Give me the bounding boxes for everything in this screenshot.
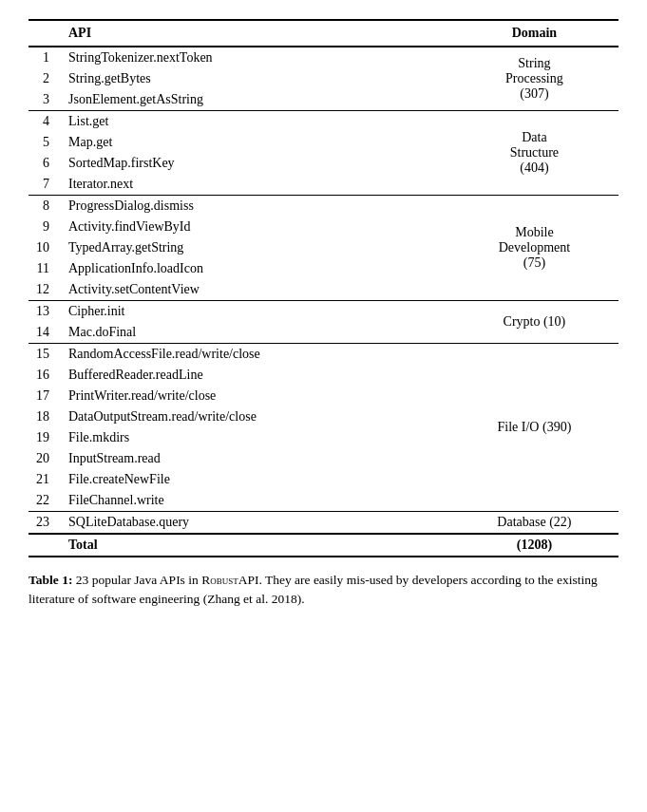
- table-row: 1StringTokenizer.nextTokenStringProcessi…: [29, 47, 618, 68]
- total-label: Total: [61, 534, 450, 557]
- row-num: 5: [29, 132, 61, 153]
- table-container: API Domain 1StringTokenizer.nextTokenStr…: [29, 19, 618, 557]
- row-num: 13: [29, 301, 61, 323]
- row-api: InputStream.read: [61, 448, 450, 469]
- row-api: ApplicationInfo.loadIcon: [61, 258, 450, 279]
- row-api: BufferedReader.readLine: [61, 365, 450, 386]
- row-num: 4: [29, 111, 61, 133]
- api-table: API Domain 1StringTokenizer.nextTokenStr…: [29, 19, 618, 557]
- robustapi-brand: RobustAPI: [201, 573, 258, 587]
- row-num: 11: [29, 258, 61, 279]
- row-num: 23: [29, 512, 61, 535]
- row-api: JsonElement.getAsString: [61, 89, 450, 111]
- row-num: 18: [29, 406, 61, 427]
- row-api: TypedArray.getString: [61, 237, 450, 258]
- col-header-num: [29, 20, 61, 47]
- row-api: List.get: [61, 111, 450, 133]
- row-domain: StringProcessing(307): [450, 47, 618, 111]
- row-api: ProgressDialog.dismiss: [61, 196, 450, 217]
- total-num: [29, 534, 61, 557]
- row-api: Cipher.init: [61, 301, 450, 323]
- row-api: StringTokenizer.nextToken: [61, 47, 450, 68]
- row-num: 3: [29, 89, 61, 111]
- caption-label: Table 1:: [29, 573, 72, 587]
- row-api: RandomAccessFile.read/write/close: [61, 344, 450, 366]
- table-row: 8ProgressDialog.dismissMobileDevelopment…: [29, 196, 618, 217]
- col-header-domain: Domain: [450, 20, 618, 47]
- row-api: Activity.findViewById: [61, 217, 450, 237]
- row-api: SortedMap.firstKey: [61, 153, 450, 174]
- row-api: Map.get: [61, 132, 450, 153]
- row-num: 14: [29, 322, 61, 344]
- row-api: String.getBytes: [61, 68, 450, 89]
- row-api: File.createNewFile: [61, 469, 450, 490]
- table-caption: Table 1: 23 popular Java APIs in RobustA…: [29, 571, 618, 610]
- row-num: 12: [29, 279, 61, 301]
- row-api: Activity.setContentView: [61, 279, 450, 301]
- row-api: SQLiteDatabase.query: [61, 512, 450, 535]
- total-value: (1208): [450, 534, 618, 557]
- row-api: Iterator.next: [61, 174, 450, 196]
- table-row: 23SQLiteDatabase.queryDatabase (22): [29, 512, 618, 535]
- row-domain: MobileDevelopment(75): [450, 196, 618, 301]
- col-header-api: API: [61, 20, 450, 47]
- row-num: 20: [29, 448, 61, 469]
- row-num: 2: [29, 68, 61, 89]
- row-num: 21: [29, 469, 61, 490]
- row-num: 1: [29, 47, 61, 68]
- row-num: 16: [29, 365, 61, 386]
- caption-text: 23 popular Java APIs in RobustAPI. They …: [29, 573, 598, 606]
- total-row: Total(1208): [29, 534, 618, 557]
- row-num: 17: [29, 386, 61, 406]
- row-domain: Database (22): [450, 512, 618, 535]
- table-row: 4List.getDataStructure(404): [29, 111, 618, 133]
- row-domain: Crypto (10): [450, 301, 618, 344]
- row-api: Mac.doFinal: [61, 322, 450, 344]
- row-api: DataOutputStream.read/write/close: [61, 406, 450, 427]
- row-api: PrintWriter.read/write/close: [61, 386, 450, 406]
- row-api: File.mkdirs: [61, 427, 450, 448]
- table-row: 13Cipher.initCrypto (10): [29, 301, 618, 323]
- row-num: 22: [29, 490, 61, 512]
- row-num: 19: [29, 427, 61, 448]
- row-num: 7: [29, 174, 61, 196]
- row-domain: File I/O (390): [450, 344, 618, 512]
- row-api: FileChannel.write: [61, 490, 450, 512]
- row-num: 9: [29, 217, 61, 237]
- row-num: 10: [29, 237, 61, 258]
- row-num: 6: [29, 153, 61, 174]
- row-num: 15: [29, 344, 61, 366]
- row-domain: DataStructure(404): [450, 111, 618, 196]
- row-num: 8: [29, 196, 61, 217]
- table-row: 15RandomAccessFile.read/write/closeFile …: [29, 344, 618, 366]
